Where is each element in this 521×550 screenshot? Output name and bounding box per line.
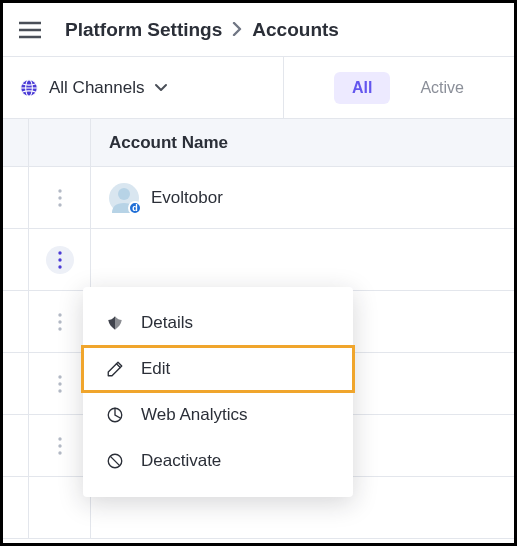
menu-item-label: Deactivate [141, 451, 221, 471]
svg-point-14 [58, 265, 61, 268]
breadcrumb-current: Accounts [252, 19, 339, 41]
svg-point-17 [58, 327, 61, 330]
svg-point-9 [58, 203, 61, 206]
menu-item-edit[interactable]: Edit [83, 347, 353, 391]
menu-item-details[interactable]: Details [83, 301, 353, 345]
row-actions-menu: Details Edit Web Analyti [83, 287, 353, 497]
channel-picker[interactable]: All Channels [3, 57, 284, 118]
menu-item-web-analytics[interactable]: Web Analytics [83, 393, 353, 437]
svg-point-11 [118, 188, 130, 200]
menu-item-deactivate[interactable]: Deactivate [83, 439, 353, 483]
svg-point-13 [58, 258, 61, 261]
svg-point-19 [58, 382, 61, 385]
row-actions-button[interactable] [46, 432, 74, 460]
tab-active[interactable]: Active [420, 79, 464, 97]
menu-item-label: Edit [141, 359, 170, 379]
tab-all[interactable]: All [334, 72, 390, 104]
breadcrumb: Platform Settings Accounts [65, 19, 339, 41]
analytics-icon [105, 406, 125, 424]
table-row[interactable]: d Evoltobor [3, 167, 514, 229]
svg-point-23 [58, 451, 61, 454]
svg-point-15 [58, 313, 61, 316]
channel-label: All Channels [49, 78, 144, 98]
avatar-badge: d [128, 201, 142, 215]
account-name: Evoltobor [151, 188, 223, 208]
column-header-account-name: Account Name [91, 119, 514, 166]
globe-icon [19, 78, 39, 98]
hamburger-icon[interactable] [19, 21, 41, 39]
details-icon [105, 314, 125, 332]
svg-point-12 [58, 251, 61, 254]
svg-point-21 [58, 437, 61, 440]
ban-icon [105, 452, 125, 470]
row-actions-button[interactable] [46, 308, 74, 336]
menu-item-label: Details [141, 313, 193, 333]
table-row[interactable] [3, 229, 514, 291]
svg-point-8 [58, 196, 61, 199]
pencil-icon [105, 360, 125, 378]
row-actions-button[interactable] [46, 246, 74, 274]
breadcrumb-parent[interactable]: Platform Settings [65, 19, 222, 41]
row-actions-button[interactable] [46, 370, 74, 398]
svg-point-7 [58, 189, 61, 192]
chevron-down-icon [154, 83, 168, 93]
chevron-right-icon [232, 19, 242, 41]
menu-item-label: Web Analytics [141, 405, 247, 425]
row-actions-button[interactable] [46, 184, 74, 212]
svg-point-22 [58, 444, 61, 447]
svg-point-18 [58, 375, 61, 378]
avatar: d [109, 183, 139, 213]
svg-point-16 [58, 320, 61, 323]
svg-line-27 [110, 456, 120, 466]
svg-point-20 [58, 389, 61, 392]
